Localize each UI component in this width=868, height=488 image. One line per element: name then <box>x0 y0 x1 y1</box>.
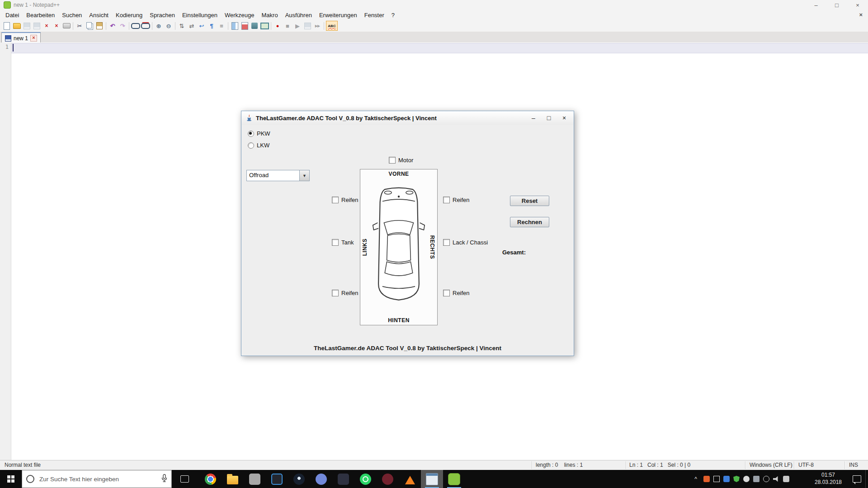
taskbar-app-chrome[interactable] <box>199 470 222 488</box>
menu-ausfuehren[interactable]: Ausführen <box>282 12 316 19</box>
dialog-close-button[interactable]: × <box>557 113 572 123</box>
status-eol[interactable]: Windows (CR LF) <box>750 462 793 468</box>
tray-overflow-chevron[interactable]: ^ <box>691 470 701 488</box>
reset-button[interactable]: Reset <box>510 196 549 206</box>
checkbox-reifen-front-right[interactable]: Reifen <box>443 197 470 203</box>
menu-fenster[interactable]: Fenster <box>361 12 388 19</box>
action-center-button[interactable] <box>849 470 864 488</box>
start-button[interactable] <box>0 470 22 488</box>
dialog-titlebar[interactable]: TheLastGamer.de ADAC Tool V_0.8 by Takti… <box>241 111 574 125</box>
open-file-icon[interactable] <box>12 21 21 30</box>
menu-help[interactable]: ? <box>388 12 398 19</box>
terrain-dropdown[interactable]: Offroad ▼ <box>246 170 310 181</box>
menu-makro[interactable]: Makro <box>258 12 282 19</box>
folder-workspace-icon[interactable] <box>250 21 259 30</box>
taskbar-app-4[interactable] <box>266 470 288 488</box>
rechnen-button[interactable]: Rechnen <box>510 217 549 227</box>
status-encoding[interactable]: UTF-8 <box>798 462 814 468</box>
radio-pkw[interactable]: PKW <box>248 130 270 137</box>
taskbar-app-9[interactable] <box>377 470 399 488</box>
tray-icon-9[interactable] <box>783 476 789 482</box>
indent-guide-icon[interactable]: ≡ <box>217 21 226 30</box>
dropdown-arrow-icon[interactable]: ▼ <box>299 170 309 181</box>
checkbox-lack-chassi[interactable]: Lack / Chassi <box>443 239 488 246</box>
taskbar-app-file-explorer[interactable] <box>222 470 244 488</box>
close-doc-icon[interactable]: × <box>42 21 51 30</box>
document-monitor-icon[interactable] <box>260 21 269 30</box>
tab-close-icon[interactable]: × <box>30 35 37 42</box>
taskbar-app-3[interactable] <box>244 470 266 488</box>
spell-check-icon[interactable]: ABC <box>326 21 338 31</box>
taskbar-app-notepadpp[interactable] <box>443 470 465 488</box>
taskbar-app-media-player[interactable] <box>399 470 421 488</box>
checkbox-motor[interactable]: Motor <box>389 157 413 164</box>
taskbar-app-adac-tool[interactable] <box>421 470 443 488</box>
secondary-close-icon[interactable]: × <box>859 11 863 18</box>
stop-record-icon[interactable]: ■ <box>283 21 292 30</box>
menu-werkzeuge[interactable]: Werkzeuge <box>221 12 258 19</box>
minimize-button[interactable]: – <box>806 0 826 10</box>
tray-icon-7[interactable] <box>763 476 769 482</box>
sync-horizontal-scroll-icon[interactable]: ⇄ <box>187 21 196 30</box>
maximize-button[interactable]: □ <box>826 0 847 10</box>
save-all-icon[interactable] <box>32 21 41 30</box>
taskbar-search[interactable] <box>22 470 172 488</box>
cut-icon[interactable]: ✂ <box>75 21 84 30</box>
save-icon[interactable] <box>22 21 31 30</box>
taskbar-app-steam[interactable] <box>288 470 310 488</box>
record-macro-icon[interactable]: ● <box>273 21 282 30</box>
close-all-docs-icon[interactable]: × <box>52 21 61 30</box>
taskbar-app-whatsapp[interactable] <box>354 470 377 488</box>
document-map-icon[interactable] <box>230 21 239 30</box>
new-file-icon[interactable] <box>2 21 11 30</box>
show-all-characters-icon[interactable]: ¶ <box>207 21 216 30</box>
tray-volume-icon[interactable] <box>773 476 779 482</box>
copy-icon[interactable] <box>85 21 94 30</box>
replace-icon[interactable] <box>141 21 150 30</box>
notepadpp-titlebar[interactable]: new 1 - Notepad++ – □ × <box>0 0 868 10</box>
taskbar-app-7[interactable] <box>332 470 354 488</box>
checkbox-reifen-rear-right[interactable]: Reifen <box>443 290 470 296</box>
function-list-icon[interactable] <box>240 21 249 30</box>
undo-icon[interactable]: ↶ <box>108 21 117 30</box>
search-input[interactable] <box>38 475 157 483</box>
tray-icon-3[interactable] <box>723 476 730 482</box>
close-button[interactable]: × <box>847 0 868 10</box>
checkbox-tank[interactable]: Tank <box>332 239 354 246</box>
menu-ansicht[interactable]: Ansicht <box>85 12 112 19</box>
save-macro-icon[interactable] <box>303 21 312 30</box>
checkbox-reifen-front-left[interactable]: Reifen <box>332 197 359 203</box>
menu-erweiterungen[interactable]: Erweiterungen <box>316 12 361 19</box>
zoom-out-icon[interactable]: ⊖ <box>164 21 173 30</box>
tray-icon-5[interactable] <box>743 476 750 482</box>
tray-icon-6[interactable] <box>753 476 760 482</box>
find-icon[interactable] <box>131 21 140 30</box>
taskbar-app-discord[interactable] <box>310 470 332 488</box>
tab-new-1[interactable]: new 1 × <box>1 32 41 43</box>
menu-sprachen[interactable]: Sprachen <box>146 12 179 19</box>
status-insert-mode[interactable]: INS <box>849 462 858 468</box>
print-icon[interactable] <box>62 21 71 30</box>
tray-shield-icon[interactable] <box>733 476 740 482</box>
menu-datei[interactable]: Datei <box>2 12 23 19</box>
dialog-minimize-button[interactable]: – <box>526 113 541 123</box>
radio-lkw[interactable]: LKW <box>248 142 269 149</box>
taskbar-clock[interactable]: 01:57 28.03.2018 <box>809 470 847 488</box>
tray-icon-1[interactable] <box>703 476 710 482</box>
menu-suchen[interactable]: Suchen <box>58 12 85 19</box>
dialog-maximize-button[interactable]: □ <box>541 113 557 123</box>
menu-einstellungen[interactable]: Einstellungen <box>179 12 221 19</box>
menu-bearbeiten[interactable]: Bearbeiten <box>23 12 58 19</box>
menu-kodierung[interactable]: Kodierung <box>112 12 146 19</box>
word-wrap-icon[interactable]: ↩ <box>197 21 206 30</box>
checkbox-reifen-rear-left[interactable]: Reifen <box>332 290 359 296</box>
sync-vertical-scroll-icon[interactable]: ⇅ <box>177 21 186 30</box>
show-desktop-button[interactable] <box>865 470 868 488</box>
play-macro-icon[interactable]: ▶ <box>293 21 302 30</box>
zoom-in-icon[interactable]: ⊕ <box>154 21 163 30</box>
tray-monitor-icon[interactable] <box>713 476 720 482</box>
run-macro-multiple-icon[interactable]: ▶▶ <box>313 21 322 30</box>
redo-icon[interactable]: ↷ <box>118 21 127 30</box>
task-view-button[interactable] <box>174 470 195 488</box>
microphone-icon[interactable] <box>161 474 167 484</box>
